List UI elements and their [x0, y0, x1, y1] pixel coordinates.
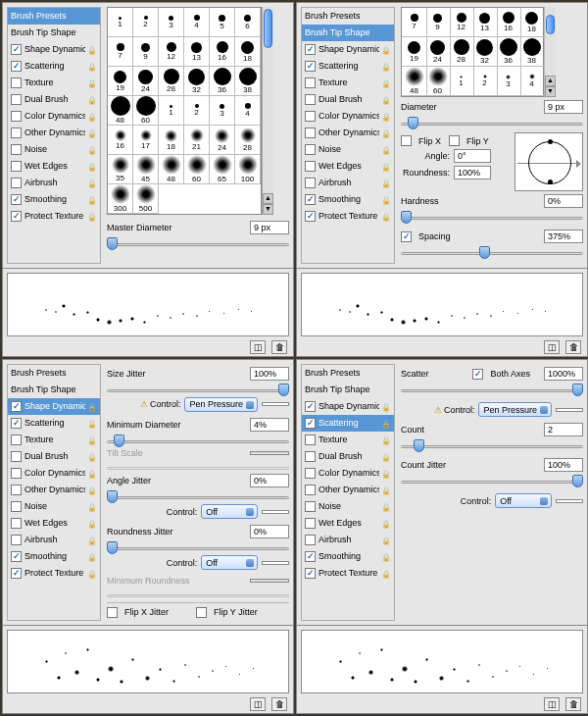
sidebar-item-noise[interactable]: Noise — [8, 498, 100, 515]
sidebar-item-shape-dynamics[interactable]: Shape Dynamics — [8, 41, 100, 58]
grid-scrollbar[interactable]: ▲ ▼ — [262, 7, 273, 215]
sidebar-item-noise[interactable]: Noise — [8, 141, 100, 158]
sidebar-checkbox[interactable] — [305, 77, 316, 88]
sidebar-item-other-dynamics[interactable]: Other Dynamics — [302, 125, 394, 141]
brush-preset-cell[interactable]: 36 — [210, 67, 235, 96]
spacing-slider[interactable] — [401, 248, 583, 258]
sidebar-item-brush-tip-shape[interactable]: Brush Tip Shape — [8, 382, 100, 398]
scroll-up-icon[interactable]: ▲ — [263, 193, 273, 204]
scatter-value[interactable]: 1000% — [544, 367, 583, 381]
sidebar-item-protect-texture[interactable]: Protect Texture — [8, 208, 100, 225]
sidebar-item-dual-brush[interactable]: Dual Brush — [302, 91, 394, 108]
brush-preset-cell[interactable]: 4 — [184, 8, 210, 37]
brush-preset-cell[interactable]: 500 — [133, 184, 159, 214]
trash-icon[interactable]: 🗑 — [565, 340, 581, 354]
sidebar-checkbox[interactable] — [305, 161, 316, 172]
sidebar-checkbox[interactable] — [305, 178, 316, 188]
brush-preset-cell[interactable]: 35 — [108, 155, 133, 184]
lock-icon[interactable] — [381, 518, 391, 528]
lock-icon[interactable] — [381, 161, 391, 171]
brush-preset-cell[interactable]: 19 — [108, 67, 133, 96]
brush-preset-cell[interactable]: 3 — [210, 96, 235, 126]
sidebar-checkbox[interactable] — [11, 161, 22, 172]
roundness-jitter-slider[interactable] — [107, 543, 289, 548]
sidebar-item-other-dynamics[interactable]: Other Dynamics — [8, 125, 100, 141]
lock-icon[interactable] — [87, 468, 97, 478]
lock-icon[interactable] — [87, 111, 97, 121]
scatter-control-extra[interactable] — [556, 408, 583, 412]
lock-icon[interactable] — [381, 568, 391, 578]
sidebar-item-shape-dynamics[interactable]: Shape Dynamics — [302, 41, 394, 58]
angle-roundness-widget[interactable] — [514, 132, 583, 191]
sidebar-checkbox[interactable] — [11, 44, 22, 55]
brush-preset-cell[interactable]: 1 — [449, 67, 474, 96]
angle-control-dropdown[interactable]: Off — [201, 504, 258, 519]
master-diameter-slider[interactable] — [107, 239, 289, 249]
sidebar-checkbox[interactable] — [11, 551, 22, 562]
sidebar-checkbox[interactable] — [11, 178, 22, 188]
sidebar-item-smoothing[interactable]: Smoothing — [8, 191, 100, 208]
lock-icon[interactable] — [381, 111, 391, 121]
sidebar-item-noise[interactable]: Noise — [302, 498, 394, 515]
lock-icon[interactable] — [87, 144, 97, 154]
sidebar-checkbox[interactable] — [305, 468, 316, 479]
trash-icon[interactable]: 🗑 — [271, 697, 287, 711]
sidebar-item-color-dynamics[interactable]: Color Dynamics — [302, 108, 394, 125]
sidebar-checkbox[interactable] — [305, 211, 316, 222]
angle-jitter-value[interactable]: 0% — [250, 474, 289, 487]
scroll-down-icon[interactable]: ▼ — [545, 86, 556, 97]
scatter-slider[interactable] — [401, 385, 583, 395]
sidebar-item-texture[interactable]: Texture — [8, 432, 100, 448]
sidebar-checkbox[interactable] — [11, 418, 22, 429]
brush-preset-cell[interactable]: 24 — [133, 67, 159, 96]
scrollbar-thumb[interactable] — [264, 9, 272, 48]
sidebar-item-wet-edges[interactable]: Wet Edges — [302, 158, 394, 175]
sidebar-checkbox[interactable] — [11, 401, 22, 412]
brush-preset-cell[interactable]: 7 — [108, 37, 133, 67]
brush-preset-cell[interactable]: 38 — [235, 67, 261, 96]
lock-icon[interactable] — [381, 94, 391, 104]
sidebar-checkbox[interactable] — [11, 451, 22, 462]
brush-preset-cell[interactable]: 6 — [235, 8, 261, 37]
brush-preset-cell[interactable]: 21 — [184, 126, 210, 155]
sidebar-item-dual-brush[interactable]: Dual Brush — [8, 448, 100, 465]
brush-preset-cell[interactable]: 18 — [159, 126, 184, 155]
lock-icon[interactable] — [87, 518, 97, 528]
sidebar-item-texture[interactable]: Texture — [302, 432, 394, 448]
sidebar-item-other-dynamics[interactable]: Other Dynamics — [302, 482, 394, 498]
sidebar-checkbox[interactable] — [11, 485, 22, 495]
roundness-jitter-value[interactable]: 0% — [250, 525, 289, 538]
angle-jitter-slider[interactable] — [107, 492, 289, 497]
brush-preset-cell[interactable]: 1 — [108, 8, 133, 37]
sidebar-checkbox[interactable] — [305, 485, 316, 495]
brush-preset-cell[interactable]: 100 — [235, 155, 261, 184]
brush-preset-grid[interactable]: 1234567912131618192428323638486012341617… — [107, 7, 262, 215]
lock-icon[interactable] — [381, 178, 391, 187]
lock-icon[interactable] — [381, 128, 391, 137]
diameter-value[interactable]: 9 px — [544, 100, 583, 114]
trash-icon[interactable]: 🗑 — [565, 697, 581, 711]
sidebar-checkbox[interactable] — [11, 435, 22, 445]
angle-control-extra[interactable] — [262, 510, 289, 514]
sidebar-checkbox[interactable] — [11, 194, 22, 205]
brush-preset-cell[interactable]: 4 — [519, 67, 545, 96]
sidebar-item-color-dynamics[interactable]: Color Dynamics — [8, 108, 100, 125]
sidebar-item-texture[interactable]: Texture — [302, 75, 394, 91]
hardness-slider[interactable] — [401, 213, 583, 223]
lock-icon[interactable] — [381, 211, 391, 221]
lock-icon[interactable] — [87, 77, 97, 87]
lock-icon[interactable] — [87, 501, 97, 511]
sidebar-checkbox[interactable] — [11, 94, 22, 105]
sidebar-item-other-dynamics[interactable]: Other Dynamics — [8, 482, 100, 498]
lock-icon[interactable] — [87, 535, 97, 544]
lock-icon[interactable] — [381, 451, 391, 461]
sidebar-item-shape-dynamics[interactable]: Shape Dynamics — [8, 398, 100, 415]
lock-icon[interactable] — [87, 61, 97, 71]
roundness-value[interactable]: 100% — [454, 166, 491, 179]
brush-preset-cell[interactable]: 2 — [184, 96, 210, 126]
lock-icon[interactable] — [87, 128, 97, 137]
sidebar-checkbox[interactable] — [11, 77, 22, 88]
lock-icon[interactable] — [87, 418, 97, 428]
sidebar-item-noise[interactable]: Noise — [302, 141, 394, 158]
lock-icon[interactable] — [87, 194, 97, 204]
